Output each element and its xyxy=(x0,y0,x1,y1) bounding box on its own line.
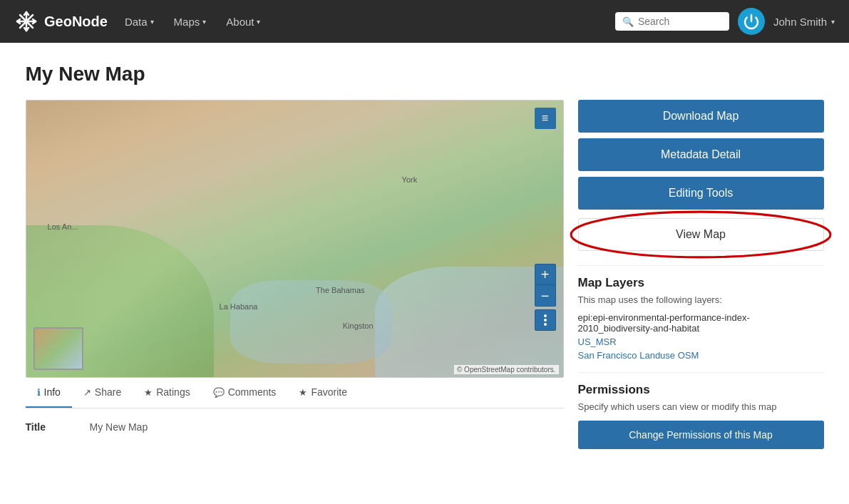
tab-info[interactable]: ℹ Info xyxy=(26,378,72,408)
tab-share[interactable]: ↗ Share xyxy=(72,378,133,408)
nav-data-label: Data xyxy=(125,16,148,28)
map-layers-title: Map Layers xyxy=(578,276,824,290)
info-tab-icon: ℹ xyxy=(37,387,41,398)
map-zoom-controls: + − xyxy=(535,264,556,331)
ratings-tab-label: Ratings xyxy=(156,386,190,398)
main-layout: York Los An... La Habana The Bahamas Kin… xyxy=(26,100,824,459)
info-title-value: My New Map xyxy=(90,421,148,433)
metadata-detail-button[interactable]: Metadata Detail xyxy=(578,138,824,171)
permissions-desc: Specify which users can view or modify t… xyxy=(578,401,824,412)
tabs-bar: ℹ Info ↗ Share ★ Ratings 💬 Comments ★ xyxy=(26,378,564,408)
map-label-york: York xyxy=(402,175,418,184)
view-map-button[interactable]: View Map xyxy=(578,218,824,251)
layer-item-sf-landuse[interactable]: San Francisco Landuse OSM xyxy=(578,349,824,362)
snowflake-icon xyxy=(14,9,38,34)
comments-tab-label: Comments xyxy=(228,386,277,398)
layer-item-epi: epi:epi-environmental-performance-index-… xyxy=(578,311,824,335)
search-input[interactable] xyxy=(638,16,722,27)
nav-about-label: About xyxy=(226,16,254,28)
map-layers-section: Map Layers This map uses the following l… xyxy=(578,265,824,372)
tab-comments[interactable]: 💬 Comments xyxy=(202,378,288,408)
layer-item-us-msr[interactable]: US_MSR xyxy=(578,335,824,349)
search-box[interactable]: 🔍 xyxy=(615,12,729,31)
share-tab-icon: ↗ xyxy=(83,387,91,398)
favorite-tab-icon: ★ xyxy=(299,387,307,398)
map-more-icon xyxy=(544,314,547,326)
user-menu[interactable]: John Smith ▾ xyxy=(773,16,835,28)
brand-logo[interactable]: GeoNode xyxy=(14,9,108,34)
map-label-lahabana: La Habana xyxy=(220,302,258,311)
map-menu-button[interactable]: ≡ xyxy=(535,108,556,129)
map-zoom-out[interactable]: − xyxy=(535,285,556,307)
user-avatar[interactable] xyxy=(738,8,765,35)
map-layers-subtitle: This map uses the following layers: xyxy=(578,294,824,305)
tab-ratings[interactable]: ★ Ratings xyxy=(133,378,201,408)
brand-name: GeoNode xyxy=(44,14,108,30)
editing-tools-button[interactable]: Editing Tools xyxy=(578,177,824,210)
view-map-wrapper: View Map xyxy=(578,218,824,251)
user-chevron: ▾ xyxy=(831,18,835,26)
navbar-right: 🔍 John Smith ▾ xyxy=(615,8,835,35)
share-tab-label: Share xyxy=(95,386,121,398)
user-name: John Smith xyxy=(773,16,827,28)
map-more-btn[interactable] xyxy=(535,309,556,331)
info-content: Title My New Map xyxy=(26,408,564,446)
map-container: York Los An... La Habana The Bahamas Kin… xyxy=(26,100,564,446)
download-map-button[interactable]: Download Map xyxy=(578,100,824,133)
nav-about-chevron: ▾ xyxy=(257,18,260,26)
nav-item-about[interactable]: About ▾ xyxy=(216,0,270,43)
map-wrapper: York Los An... La Habana The Bahamas Kin… xyxy=(26,100,564,378)
change-permissions-button[interactable]: Change Permissions of this Map xyxy=(578,421,824,449)
map-label-bahamas: The Bahamas xyxy=(316,286,364,294)
map-label-losangeles: Los An... xyxy=(48,222,78,231)
navbar: GeoNode Data ▾ Maps ▾ About ▾ 🔍 John Smi… xyxy=(0,0,849,43)
map-label-kingston: Kingston xyxy=(343,322,374,330)
info-row-title: Title My New Map xyxy=(26,418,564,436)
nav-item-maps[interactable]: Maps ▾ xyxy=(164,0,217,43)
nav-data-chevron: ▾ xyxy=(150,18,154,26)
nav-maps-chevron: ▾ xyxy=(202,18,206,26)
info-title-label: Title xyxy=(26,421,83,433)
nav-item-data[interactable]: Data ▾ xyxy=(115,0,164,43)
favorite-tab-label: Favorite xyxy=(311,386,347,398)
ratings-tab-icon: ★ xyxy=(144,387,153,398)
permissions-title: Permissions xyxy=(578,383,824,397)
power-icon xyxy=(743,13,760,30)
zoom-out-icon: − xyxy=(541,289,550,303)
map-attribution: © OpenStreetMap contributors. xyxy=(454,365,559,374)
page-title: My New Map xyxy=(26,63,824,86)
comments-tab-icon: 💬 xyxy=(213,387,225,398)
zoom-in-icon: + xyxy=(541,267,550,282)
tab-favorite[interactable]: ★ Favorite xyxy=(287,378,359,408)
permissions-section: Permissions Specify which users can view… xyxy=(578,372,824,459)
map-zoom-in[interactable]: + xyxy=(535,264,556,285)
map-menu-icon: ≡ xyxy=(542,113,548,124)
map-thumbnail xyxy=(34,327,83,370)
sidebar: Download Map Metadata Detail Editing Too… xyxy=(578,100,824,459)
info-tab-label: Info xyxy=(44,386,61,398)
search-icon: 🔍 xyxy=(622,16,634,27)
page-content: My New Map York Los An... La Habana The … xyxy=(11,43,838,473)
nav-maps-label: Maps xyxy=(174,16,200,28)
